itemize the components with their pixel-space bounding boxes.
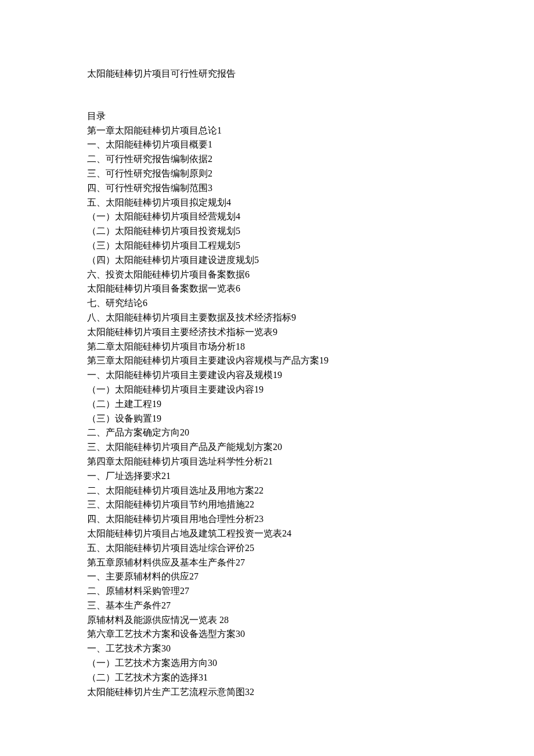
toc-entry-page: 31: [199, 672, 208, 682]
toc-entry: 第四章太阳能硅棒切片项目选址科学性分析21: [87, 455, 447, 469]
toc-entry: 五、太阳能硅棒切片项目拟定规划4: [87, 196, 447, 210]
toc-entry-page: 5: [254, 255, 259, 265]
toc-entry: 二、可行性研究报告编制依据2: [87, 152, 447, 167]
toc-entry-text: 五、太阳能硅棒切片项目拟定规划: [87, 197, 226, 207]
document-title: 太阳能硅棒切片项目可行性研究报告: [87, 67, 447, 81]
toc-entry-page: 9: [291, 312, 296, 322]
toc-entry-text: 三、太阳能硅棒切片项目产品及产能规划方案: [87, 442, 273, 452]
toc-entry: （四）太阳能硅棒切片项目建设进度规划5: [87, 253, 447, 268]
toc-entry-text: 一、太阳能硅棒切片项目概要: [87, 139, 208, 149]
toc-entry-text: （一）工艺技术方案选用方向: [87, 658, 208, 668]
toc-entry: 太阳能硅棒切片项目占地及建筑工程投资一览表24: [87, 527, 447, 541]
toc-entry: （一）工艺技术方案选用方向30: [87, 656, 447, 671]
toc-entry-page: 25: [245, 543, 254, 553]
toc-entry-page: 3: [208, 183, 212, 193]
toc-entry-text: 二、产品方案确定方向: [87, 427, 180, 437]
toc-entry-text: 太阳能硅棒切片项目备案数据一览表: [87, 283, 236, 293]
toc-entry-text: 六、投资太阳能硅棒切片项目备案数据: [87, 269, 245, 279]
toc-entry-page: 20: [273, 442, 282, 452]
toc-entry-page: 30: [208, 658, 217, 668]
toc-entry: 一、太阳能硅棒切片项目概要1: [87, 138, 447, 152]
toc-entry: 一、太阳能硅棒切片项目主要建设内容及规模19: [87, 368, 447, 383]
document-page: 太阳能硅棒切片项目可行性研究报告 目录 第一章太阳能硅棒切片项目总论1一、太阳能…: [0, 0, 534, 756]
toc-entry: 原辅材料及能源供应情况一览表 28: [87, 613, 447, 628]
toc-entry-page: 27: [180, 586, 189, 596]
toc-entry-page: 22: [254, 485, 264, 495]
toc-entry: （二）土建工程19: [87, 397, 447, 412]
toc-entry: 七、研究结论6: [87, 296, 447, 311]
toc-entry-text: （四）太阳能硅棒切片项目建设进度规划: [87, 255, 254, 265]
toc-entry-page: 28: [219, 615, 229, 625]
toc-entry-page: 5: [236, 240, 240, 250]
toc-entry-page: 21: [161, 471, 171, 481]
toc-entry: 三、太阳能硅棒切片项目节约用地措施22: [87, 498, 447, 512]
toc-entry: 一、主要原辅材料的供应27: [87, 570, 447, 584]
toc-entry-text: 太阳能硅棒切片项目占地及建筑工程投资一览表: [87, 528, 282, 538]
toc-entry-page: 2: [208, 154, 212, 164]
toc-entry-text: （三）太阳能硅棒切片项目工程规划: [87, 240, 236, 250]
toc-entry-page: 32: [245, 687, 254, 697]
toc-entry: （二）工艺技术方案的选择31: [87, 671, 447, 685]
toc-entry-text: 四、太阳能硅棒切片项目用地合理性分析: [87, 514, 254, 524]
toc-entry-text: 一、厂址选择要求: [87, 471, 161, 481]
toc-entry-text: 二、可行性研究报告编制依据: [87, 154, 208, 164]
toc-entry-text: 一、太阳能硅棒切片项目主要建设内容及规模: [87, 370, 273, 380]
toc-entry: （三）设备购置19: [87, 412, 447, 426]
toc-entry: 一、厂址选择要求21: [87, 469, 447, 484]
toc-entry: 二、产品方案确定方向20: [87, 426, 447, 440]
toc-entry-text: 一、主要原辅材料的供应: [87, 571, 189, 581]
toc-entry-page: 30: [236, 629, 245, 639]
toc-entry: 第六章工艺技术方案和设备选型方案30: [87, 627, 447, 642]
toc-entry-page: 19: [254, 384, 264, 394]
toc-entry: 八、太阳能硅棒切片项目主要数据及技术经济指标9: [87, 311, 447, 325]
toc-entry-page: 2: [208, 168, 212, 178]
toc-entry: 第二章太阳能硅棒切片项目市场分析18: [87, 340, 447, 354]
toc-entry-text: 第二章太阳能硅棒切片项目市场分析: [87, 341, 236, 351]
toc-entry: 三、太阳能硅棒切片项目产品及产能规划方案20: [87, 440, 447, 455]
toc-entry: 太阳能硅棒切片项目备案数据一览表6: [87, 282, 447, 296]
toc-entry-page: 4: [226, 197, 231, 207]
toc-entry: 四、可行性研究报告编制范围3: [87, 181, 447, 196]
toc-entry-page: 6: [245, 269, 250, 279]
toc-entry-page: 24: [282, 528, 291, 538]
toc-entry: （一）太阳能硅棒切片项目主要建设内容19: [87, 383, 447, 397]
toc-entry: 三、基本生产条件27: [87, 599, 447, 613]
toc-entry-text: 第三章太阳能硅棒切片项目主要建设内容规模与产品方案: [87, 355, 319, 365]
toc-entry-page: 23: [254, 514, 264, 524]
toc-entry-page: 4: [236, 211, 240, 221]
toc-entry-text: 三、太阳能硅棒切片项目节约用地措施: [87, 499, 245, 509]
toc-entry-text: （二）工艺技术方案的选择: [87, 672, 199, 682]
toc-entry-text: 太阳能硅棒切片生产工艺流程示意简图: [87, 687, 245, 697]
toc-list: 第一章太阳能硅棒切片项目总论1一、太阳能硅棒切片项目概要1二、可行性研究报告编制…: [87, 124, 447, 700]
toc-entry: 二、太阳能硅棒切片项目选址及用地方案22: [87, 484, 447, 498]
toc-entry: （二）太阳能硅棒切片项目投资规划5: [87, 224, 447, 239]
toc-entry-text: 第一章太阳能硅棒切片项目总论: [87, 125, 217, 135]
toc-entry: 第一章太阳能硅棒切片项目总论1: [87, 124, 447, 138]
toc-entry-text: 太阳能硅棒切片项目主要经济技术指标一览表: [87, 327, 273, 337]
toc-entry: 太阳能硅棒切片生产工艺流程示意简图32: [87, 685, 447, 700]
toc-entry-page: 22: [245, 499, 254, 509]
toc-entry-text: （三）设备购置: [87, 413, 152, 423]
toc-entry-text: 一、工艺技术方案: [87, 643, 161, 653]
toc-entry-page: 18: [236, 341, 245, 351]
toc-entry-text: （二）土建工程: [87, 399, 152, 409]
toc-entry: 四、太阳能硅棒切片项目用地合理性分析23: [87, 512, 447, 527]
toc-entry-page: 6: [236, 283, 240, 293]
toc-entry-text: 二、太阳能硅棒切片项目选址及用地方案: [87, 485, 254, 495]
toc-entry-page: 19: [152, 413, 161, 423]
toc-entry-page: 27: [236, 557, 245, 567]
toc-entry-text: 八、太阳能硅棒切片项目主要数据及技术经济指标: [87, 312, 291, 322]
toc-entry-page: 21: [264, 456, 273, 466]
toc-entry-text: 第六章工艺技术方案和设备选型方案: [87, 629, 236, 639]
toc-entry-page: 6: [143, 298, 147, 308]
toc-entry-text: 四、可行性研究报告编制范围: [87, 183, 208, 193]
toc-entry: 太阳能硅棒切片项目主要经济技术指标一览表9: [87, 325, 447, 340]
toc-entry: （一）太阳能硅棒切片项目经营规划4: [87, 210, 447, 224]
toc-entry-text: （一）太阳能硅棒切片项目主要建设内容: [87, 384, 254, 394]
toc-entry-page: 5: [236, 226, 240, 236]
toc-entry-page: 19: [273, 370, 282, 380]
toc-entry-text: 五、太阳能硅棒切片项目选址综合评价: [87, 543, 245, 553]
toc-entry: 第三章太阳能硅棒切片项目主要建设内容规模与产品方案19: [87, 354, 447, 368]
toc-entry-page: 27: [189, 571, 199, 581]
toc-entry-page: 19: [152, 399, 161, 409]
